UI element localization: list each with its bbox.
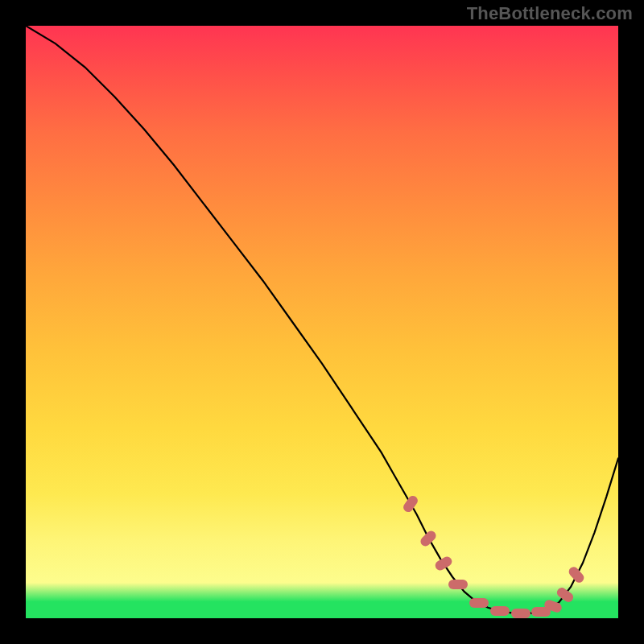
watermark-text: TheBottleneck.com	[467, 3, 633, 24]
highlight-dash	[448, 580, 468, 589]
plot-area	[26, 26, 618, 618]
highlight-dash	[469, 598, 489, 608]
highlight-dash	[511, 609, 530, 618]
curve-svg	[26, 26, 618, 618]
bottleneck-curve-path	[26, 26, 618, 613]
highlight-dash	[490, 606, 510, 616]
chart-frame: TheBottleneck.com	[0, 0, 644, 644]
